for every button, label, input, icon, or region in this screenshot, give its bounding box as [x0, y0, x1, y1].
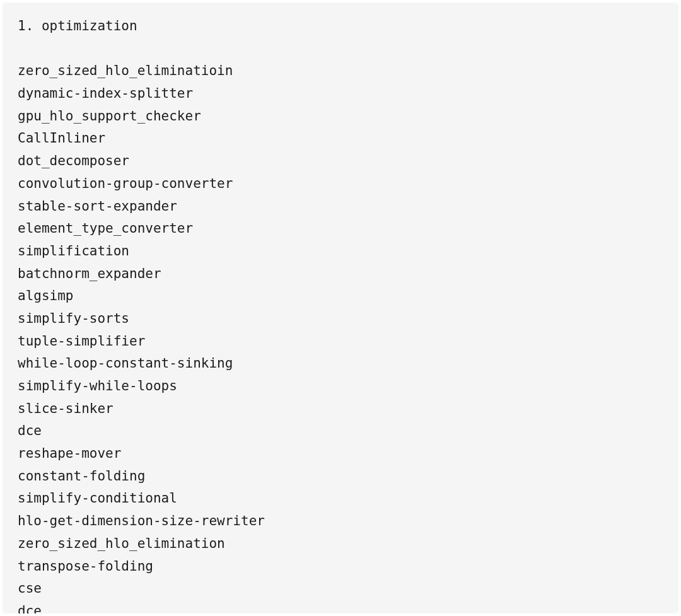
- code-line: transpose-folding: [18, 555, 663, 578]
- code-line: gpu_hlo_support_checker: [18, 105, 663, 128]
- code-line: constant-folding: [18, 465, 663, 488]
- code-block: 1. optimization zero_sized_hlo_eliminati…: [3, 3, 678, 613]
- code-line: element_type_converter: [18, 218, 663, 240]
- lines-container: zero_sized_hlo_eliminatioindynamic-index…: [18, 60, 663, 613]
- code-line: tuple-simplifier: [18, 330, 663, 353]
- code-line: dot_decomposer: [18, 150, 663, 173]
- section-heading: 1. optimization: [18, 15, 663, 38]
- code-line: simplify-sorts: [18, 308, 663, 330]
- code-line: reshape-mover: [18, 443, 663, 465]
- code-line: while-loop-constant-sinking: [18, 352, 663, 375]
- code-line: slice-sinker: [18, 398, 663, 421]
- code-line: simplify-conditional: [18, 487, 663, 510]
- code-line: dce: [18, 420, 663, 443]
- code-line: batchnorm_expander: [18, 263, 663, 286]
- code-line: algsimp: [18, 285, 663, 308]
- code-line: CallInliner: [18, 127, 663, 150]
- code-line: stable-sort-expander: [18, 195, 663, 218]
- code-line: simplification: [18, 240, 663, 263]
- code-line: cse: [18, 578, 663, 600]
- code-line: simplify-while-loops: [18, 375, 663, 398]
- code-line: zero_sized_hlo_elimination: [18, 533, 663, 555]
- code-line: zero_sized_hlo_eliminatioin: [18, 60, 663, 83]
- code-line: dce: [18, 600, 663, 613]
- code-line: convolution-group-converter: [18, 173, 663, 195]
- code-line: hlo-get-dimension-size-rewriter: [18, 510, 663, 533]
- code-line: dynamic-index-splitter: [18, 83, 663, 105]
